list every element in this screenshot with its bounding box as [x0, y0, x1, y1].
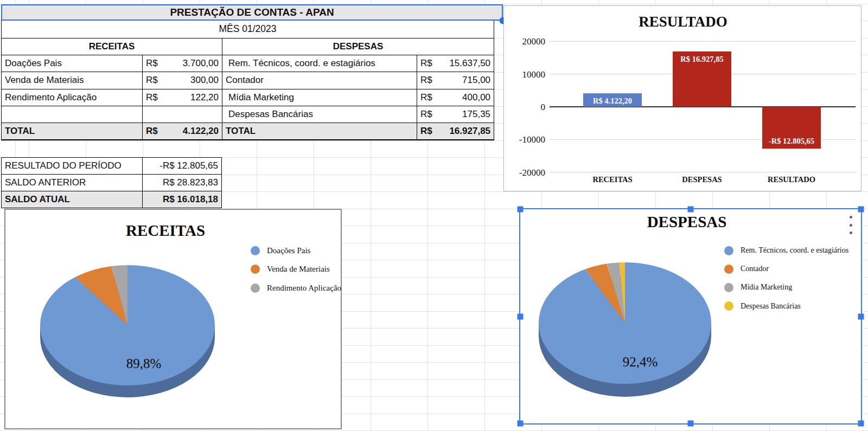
- cell-receita-value[interactable]: R$3.700,00: [143, 55, 222, 72]
- percent-label: 89,8%: [126, 356, 162, 371]
- y-axis-tick-label: -20000: [519, 168, 545, 178]
- cell-receitas-total-value[interactable]: R$4.122,20: [143, 123, 222, 140]
- cell-receitas-header[interactable]: RECEITAS: [2, 38, 222, 55]
- x-axis-category-label: RECEITAS: [592, 175, 632, 184]
- currency-symbol: R$: [146, 58, 158, 69]
- cell-despesa-value[interactable]: R$15.637,50: [417, 55, 494, 72]
- currency-symbol: R$: [420, 109, 432, 120]
- legend-swatch-icon: [724, 265, 733, 274]
- cell-despesa-label[interactable]: Mídia Marketing: [222, 89, 417, 106]
- y-axis-tick-label: -10000: [519, 134, 545, 145]
- cell-receita-value[interactable]: [143, 106, 222, 123]
- selection-handle-sw[interactable]: [518, 421, 524, 427]
- menu-dot: [850, 216, 852, 218]
- legend-label: Rendimento Aplicação: [267, 284, 341, 293]
- cell-receitas-total-label[interactable]: TOTAL: [2, 123, 143, 140]
- amount: 175,35: [462, 109, 490, 120]
- cell-despesa-label[interactable]: Despesas Bancárias: [222, 106, 417, 123]
- selection-handle-nw[interactable]: [518, 207, 524, 213]
- y-axis-tick-label: 10000: [522, 69, 546, 80]
- despesas-legend: Rem. Técnicos, coord. e estagiáriosConta…: [724, 241, 848, 316]
- menu-dot: [850, 231, 852, 234]
- legend-swatch-icon: [251, 246, 260, 255]
- legend-swatch-icon: [251, 265, 260, 274]
- menu-dot: [850, 224, 852, 227]
- legend-label: Venda de Materiais: [267, 265, 330, 274]
- amount: 16.927,85: [449, 126, 490, 137]
- cell-saldo-anterior-label[interactable]: SALDO ANTERIOR: [2, 175, 143, 191]
- cell-receita-value[interactable]: R$300,00: [143, 72, 222, 89]
- cell-despesas-header[interactable]: DESPESAS: [222, 38, 494, 55]
- cell-resultado-periodo-value[interactable]: -R$ 12.805,65: [143, 158, 222, 175]
- chart-resultado[interactable]: RESULTADO20000100000-10000-20000R$ 4.122…: [503, 5, 861, 191]
- selection-handle-e[interactable]: [858, 313, 864, 319]
- currency-symbol: R$: [146, 126, 158, 137]
- bar-value-label: R$ 16.927,85: [680, 55, 723, 63]
- currency-symbol: R$: [146, 75, 158, 86]
- amount: 400,00: [462, 92, 490, 103]
- cell-receita-value[interactable]: R$122,20: [143, 89, 222, 106]
- legend-item: Mídia Marketing: [724, 278, 848, 297]
- legend-item: Rendimento Aplicação: [251, 279, 341, 298]
- amount: 3.700,00: [183, 58, 219, 69]
- cell-despesa-value[interactable]: R$400,00: [417, 89, 494, 106]
- legend-label: Mídia Marketing: [741, 283, 792, 292]
- currency-symbol: R$: [420, 126, 432, 137]
- legend-swatch-icon: [724, 283, 733, 292]
- cell-despesa-value[interactable]: R$715,00: [417, 72, 494, 89]
- chart-despesas[interactable]: DESPESAS92,4% Rem. Técnicos, coord. e es…: [520, 209, 861, 424]
- amount: 122,20: [190, 92, 219, 103]
- chart-options-menu-button[interactable]: [847, 216, 854, 234]
- cell-receita-label[interactable]: [2, 106, 143, 123]
- percent-label: 92,4%: [623, 355, 658, 369]
- amount: 715,00: [462, 75, 490, 86]
- spreadsheet-canvas: PRESTAÇÃO DE CONTAS - APAN MÊS 01/2023 R…: [0, 0, 868, 431]
- y-axis-tick-label: 20000: [522, 36, 546, 47]
- selection-handle-n[interactable]: [688, 207, 694, 213]
- legend-label: Doações Pais: [267, 246, 310, 255]
- currency-symbol: R$: [420, 75, 432, 86]
- amount: 300,00: [190, 75, 219, 86]
- x-axis-category-label: DESPESAS: [682, 175, 722, 184]
- cell-saldo-atual-label[interactable]: SALDO ATUAL: [2, 191, 143, 208]
- selection-handle-se[interactable]: [858, 421, 864, 427]
- legend-label: Despesas Bancárias: [741, 302, 801, 311]
- cell-saldo-atual-value[interactable]: R$ 16.018,18: [143, 191, 222, 208]
- selection-handle-w[interactable]: [518, 313, 524, 319]
- amount: 15.637,50: [449, 58, 490, 69]
- currency-symbol: R$: [420, 58, 432, 69]
- cell-saldo-anterior-value[interactable]: R$ 28.823,83: [143, 175, 222, 191]
- legend-item: Rem. Técnicos, coord. e estagiários: [724, 241, 848, 260]
- selection-handle-s[interactable]: [688, 421, 694, 427]
- legend-item: Venda de Materiais: [251, 260, 341, 279]
- legend-swatch-icon: [724, 246, 733, 255]
- bar-value-label: -R$ 12.805,65: [769, 137, 814, 145]
- chart-receitas[interactable]: RECEITAS89,8% Doações PaisVenda de Mater…: [4, 209, 342, 429]
- cell-despesa-label[interactable]: Rem. Técnicos, coord. e estagiários: [222, 55, 417, 72]
- legend-item: Despesas Bancárias: [724, 297, 848, 316]
- cell-receita-label[interactable]: Doações Pais: [2, 55, 143, 72]
- cell-month[interactable]: MÊS 01/2023: [2, 21, 494, 38]
- accounts-table: MÊS 01/2023 RECEITAS DESPESAS Doações Pa…: [1, 21, 494, 140]
- chart-title: DESPESAS: [647, 213, 727, 230]
- selection-handle-ne[interactable]: [858, 207, 864, 213]
- cell-despesa-label[interactable]: Contador: [222, 72, 417, 89]
- currency-symbol: R$: [420, 92, 432, 103]
- cell-despesas-total-value[interactable]: R$16.927,85: [417, 123, 494, 140]
- chart-title: RESULTADO: [639, 14, 727, 30]
- legend-item: Doações Pais: [251, 241, 341, 260]
- legend-swatch-icon: [724, 301, 733, 311]
- x-axis-category-label: RESULTADO: [768, 175, 815, 184]
- currency-symbol: R$: [146, 92, 158, 103]
- receitas-legend: Doações PaisVenda de MateriaisRendimento…: [251, 241, 341, 298]
- cell-sheet-title[interactable]: PRESTAÇÃO DE CONTAS - APAN: [1, 4, 503, 21]
- cell-receita-label[interactable]: Rendimento Aplicação: [2, 89, 143, 106]
- cell-despesas-total-label[interactable]: TOTAL: [222, 123, 417, 140]
- legend-swatch-icon: [251, 284, 260, 293]
- cell-receita-label[interactable]: Venda de Materiais: [2, 72, 143, 89]
- cell-resultado-periodo-label[interactable]: RESULTADO DO PERÍODO: [2, 158, 143, 175]
- amount: 4.122,20: [183, 126, 219, 137]
- cell-despesa-value[interactable]: R$175,35: [417, 106, 494, 123]
- y-axis-tick-label: 0: [541, 102, 546, 112]
- resultado-bar-svg: RESULTADO20000100000-10000-20000R$ 4.122…: [504, 6, 860, 190]
